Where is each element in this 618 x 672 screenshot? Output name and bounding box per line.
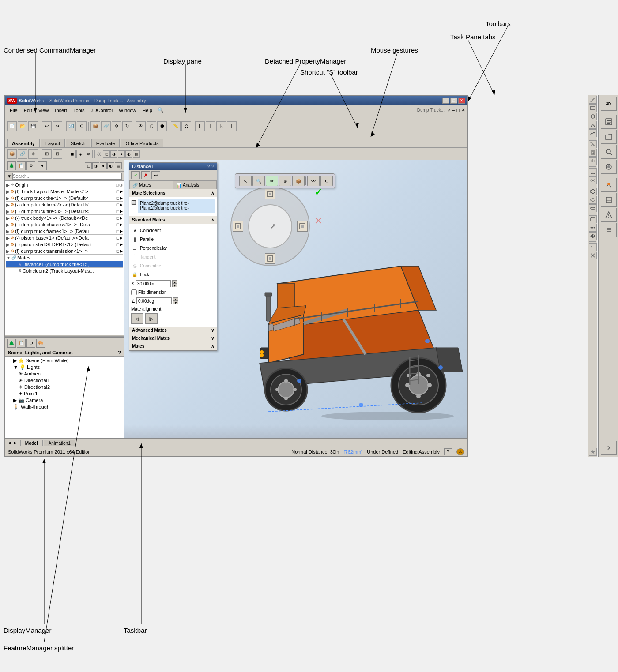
dp-col5[interactable]: ▤ <box>133 150 140 158</box>
close-button[interactable]: ✕ <box>458 98 465 104</box>
tab-layout[interactable]: Layout <box>41 139 65 147</box>
pm-close-btn[interactable]: ? <box>211 164 214 169</box>
tab-sketch[interactable]: Sketch <box>66 139 90 147</box>
spin-down2[interactable]: ▼ <box>173 301 178 304</box>
task-pane-file-explorer[interactable] <box>601 130 617 144</box>
tree-item-truck-layout[interactable]: ▶ ⚙ (f) Truck Layout-Master Model<1> ◻ ▶ <box>6 188 123 195</box>
rt-slot[interactable] <box>589 204 597 212</box>
dm-scene[interactable]: ▶ ⭐ Scene (Plain White) <box>6 357 123 364</box>
rt-relation[interactable] <box>589 176 597 184</box>
tab-assembly[interactable]: Assembly <box>7 139 40 147</box>
tb2-smart-mate[interactable]: 🔗 <box>18 149 27 159</box>
task-pane-custom-props[interactable] <box>601 193 617 207</box>
tb-options[interactable]: ⚙ <box>77 121 87 131</box>
s-btn-mate[interactable]: ⊛ <box>279 176 291 186</box>
distance-input[interactable] <box>136 280 171 287</box>
dm-walk[interactable]: 🚶 Walk-through <box>6 404 123 410</box>
tb-wireframe[interactable]: ⬡ <box>147 121 156 131</box>
dp-col3[interactable]: ● <box>118 150 125 158</box>
panel-tab-props[interactable]: 📋 <box>17 161 26 170</box>
tree-item-origin[interactable]: ▶ ✛ Origin ◻ ◑ <box>6 182 123 188</box>
dp-h5[interactable]: ▤ <box>115 162 122 169</box>
rt-circle[interactable] <box>589 113 597 120</box>
dp-h3[interactable]: ● <box>100 162 107 169</box>
dp-h2[interactable]: ◑ <box>92 162 99 169</box>
rt-arc[interactable] <box>589 121 597 129</box>
dp-btn1[interactable]: ◼ <box>68 150 76 158</box>
menu-3dcontrol[interactable]: 3DControl <box>88 107 116 114</box>
pm-section-mates-bottom[interactable]: Mates ∧ <box>129 342 217 350</box>
rt-rectangle[interactable] <box>589 104 597 112</box>
gesture-right-icon[interactable] <box>297 221 308 232</box>
pm-section-mechanical[interactable]: Mechanical Mates ∨ <box>129 334 217 342</box>
pm-section-advanced[interactable]: Advanced Mates ∨ <box>129 327 217 334</box>
tb-show-hide[interactable]: 👁 <box>136 121 146 131</box>
tb-rotate[interactable]: ↻ <box>122 121 132 131</box>
dm-dir1[interactable]: ☀ Directional1 <box>6 377 123 384</box>
task-pane-3d[interactable]: 3D <box>601 97 617 111</box>
panel-tab-feature[interactable]: 🌲 <box>7 161 16 170</box>
tb-new[interactable]: 📄 <box>7 121 17 131</box>
tb2-insert-comp[interactable]: 📦 <box>7 149 17 159</box>
collapse-btn[interactable]: « <box>97 149 101 158</box>
tb2-mirror[interactable]: ⊠ <box>53 149 62 159</box>
rt-move-entity[interactable] <box>589 232 597 240</box>
tree-item-chassis[interactable]: ▶ ⚙ (-) dump truck chassis<1> -> (Defa ◻… <box>6 221 123 228</box>
selection-box1[interactable]: Plane2@dump truck tire- Plane2@dump truc… <box>138 199 215 213</box>
mate-coincident[interactable]: ⊼ Coincident <box>131 226 215 235</box>
dm-camera[interactable]: ▶ 📷 Camera <box>6 397 123 404</box>
tab-office-products[interactable]: Office Products <box>121 139 163 147</box>
menu-help[interactable]: Help <box>139 107 155 114</box>
dm-lights[interactable]: ▼ 💡 Lights <box>6 364 123 371</box>
mate-perpendicular[interactable]: ⊥ Perpendicular <box>131 244 215 252</box>
mate-parallel[interactable]: ∥ Parallel <box>131 235 215 244</box>
task-pane-design-library[interactable] <box>601 115 617 129</box>
tree-item-body[interactable]: ▶ ⚙ (-) truck body<1> -> (Default<<De ◻ … <box>6 215 123 221</box>
tab-model[interactable]: Model <box>20 440 43 446</box>
dm-question[interactable]: ? <box>118 350 121 355</box>
minimize-button[interactable]: − <box>442 98 449 104</box>
mate-tangent[interactable]: ⌒ Tangent <box>131 252 215 261</box>
spin-down[interactable]: ▼ <box>172 284 177 287</box>
search-filter-input[interactable] <box>12 173 122 180</box>
tb-view-top[interactable]: T <box>206 121 215 131</box>
tab-evaluate[interactable]: Evaluate <box>91 139 120 147</box>
pm-undo-btn[interactable]: ↩ <box>151 171 160 179</box>
gesture-left-icon[interactable] <box>233 221 243 232</box>
dm-ambient[interactable]: ☀ Ambient <box>6 371 123 377</box>
dp-col1[interactable]: ◻ <box>103 150 110 158</box>
rt-linear-pattern[interactable] <box>589 224 597 232</box>
help-icon[interactable]: ? <box>448 108 450 113</box>
dm-tab4[interactable]: 🎨 <box>36 339 45 348</box>
spin-up2[interactable]: ▲ <box>173 297 178 301</box>
tb-measure[interactable]: 📏 <box>171 121 181 131</box>
panel-tab-config[interactable]: ⚙ <box>26 161 35 170</box>
menu-edit[interactable]: Edit <box>21 107 35 114</box>
restore-button[interactable]: □ <box>450 98 457 104</box>
dp-h1[interactable]: ◻ <box>85 162 92 169</box>
dm-tab2[interactable]: 📋 <box>17 339 26 348</box>
task-pane-expand[interactable] <box>601 441 617 455</box>
s-btn-select[interactable]: ↖ <box>239 176 252 186</box>
rt-star[interactable] <box>589 448 597 456</box>
rt-spline[interactable] <box>589 129 597 137</box>
align-btn2[interactable]: |▷ <box>145 313 158 324</box>
viewport[interactable]: Distance1 ? ? ✓ ✗ ↩ 🔗 Mates <box>124 160 467 438</box>
tab-nav-left[interactable]: ◄ <box>7 440 11 445</box>
spin-up[interactable]: ▲ <box>172 280 177 284</box>
gesture-bottom-icon[interactable] <box>265 253 275 264</box>
tab-nav-right[interactable]: ► <box>13 440 18 445</box>
align-btn1[interactable]: ◁| <box>131 313 143 324</box>
tb2-mate-ref[interactable]: ⊛ <box>28 149 38 159</box>
pm-cancel-btn[interactable]: ✗ <box>141 171 150 179</box>
dp-btn2[interactable]: ◈ <box>76 150 84 158</box>
rt-misc[interactable] <box>589 252 597 259</box>
flip-dimension-checkbox[interactable] <box>131 289 137 295</box>
minimize-icon[interactable]: − <box>452 108 455 113</box>
task-pane-appearances[interactable] <box>601 178 617 192</box>
gesture-top-icon[interactable] <box>265 189 275 199</box>
mate-concentric[interactable]: ◎ Concentric <box>131 261 215 270</box>
tree-item-transmission[interactable]: ▶ ⚙ (f) dump truck transmission<1> -> ◻ … <box>6 248 123 255</box>
dp-h4[interactable]: ◐ <box>107 162 114 169</box>
tb-mass-props[interactable]: ⚖ <box>181 121 191 131</box>
